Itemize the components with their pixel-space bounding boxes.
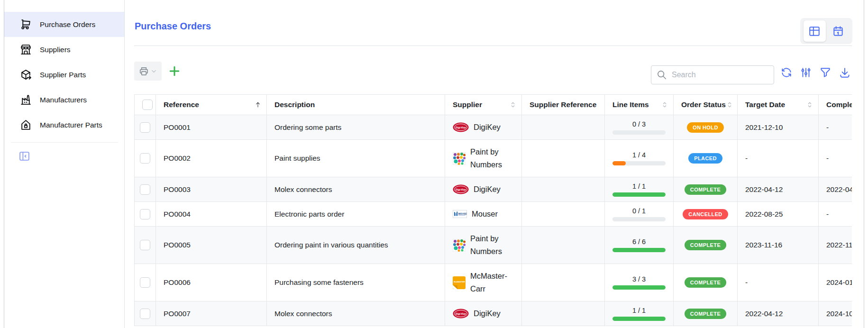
sort-ascending-icon: [254, 101, 262, 109]
supplier-reference-cell: [522, 264, 605, 301]
row-checkbox[interactable]: [140, 240, 150, 250]
column-header-description: Description: [267, 95, 445, 115]
table-row[interactable]: PO0001Ordering some partsDigi-KeyDigiKey…: [135, 115, 852, 140]
status-badge: COMPLETE: [685, 277, 726, 288]
row-checkbox[interactable]: [140, 153, 150, 164]
table-row[interactable]: PO0006Purchasing some fastenersMcMASTERM…: [135, 264, 852, 301]
line-items-progress-bar: [612, 192, 666, 197]
sidebar-item-purchase-orders[interactable]: Purchase Orders: [4, 12, 124, 37]
line-items-cell: 6 / 6: [605, 227, 674, 264]
table-view-button[interactable]: [804, 20, 826, 42]
status-badge: ON HOLD: [687, 122, 724, 133]
order-status-cell: COMPLETE: [674, 177, 738, 202]
column-label: Target Date: [745, 100, 785, 109]
line-items-cell: 3 / 3: [605, 264, 674, 301]
supplier-logo-digikey: Digi-Key: [453, 309, 469, 319]
line-items-count: 0 / 1: [612, 207, 667, 215]
line-items-count: 1 / 1: [612, 307, 667, 314]
supplier-name: DigiKey: [474, 121, 501, 134]
target-date-cell: 2022-08-25: [738, 202, 819, 227]
download-button[interactable]: [839, 66, 851, 79]
svg-text:Digi-Key: Digi-Key: [456, 312, 466, 315]
supplier-name: Paint by Numbers: [470, 146, 517, 171]
sidebar-item-manufacturer-parts[interactable]: Manufacturer Parts: [4, 112, 124, 137]
row-checkbox[interactable]: [140, 184, 150, 195]
line-items-count: 1 / 1: [612, 182, 667, 190]
sidebar-item-label: Suppliers: [40, 46, 71, 54]
supplier-logo-paint: [453, 239, 466, 252]
adjustments-icon: [800, 66, 812, 79]
row-checkbox[interactable]: [140, 309, 150, 319]
table-action-icons: [780, 66, 851, 79]
supplier-cell: Paint by Numbers: [445, 140, 522, 177]
sidebar-item-suppliers[interactable]: Suppliers: [4, 37, 124, 62]
supplier-logo-mouser: MOUSER: [453, 210, 467, 218]
search-input[interactable]: [671, 70, 774, 80]
line-items-cell: 1 / 1: [605, 177, 674, 202]
sidebar-item-manufacturers[interactable]: Manufacturers: [4, 87, 124, 112]
column-header-line_items[interactable]: Line Items: [605, 95, 674, 115]
reference-cell: PO0003: [156, 177, 267, 202]
column-header-select-all: [135, 95, 156, 115]
calendar-icon: [832, 25, 844, 37]
calendar-view-button[interactable]: [827, 20, 850, 42]
table-row[interactable]: PO0004Electronic parts orderMOUSERMouser…: [135, 202, 852, 227]
reference-cell: PO0002: [156, 140, 267, 177]
add-purchase-order-button[interactable]: [167, 64, 182, 78]
reference-cell: PO0007: [156, 301, 267, 326]
column-header-reference[interactable]: Reference: [156, 95, 267, 115]
line-items-progress-bar: [612, 248, 666, 252]
supplier-name: DigiKey: [474, 183, 501, 196]
column-header-supplier_reference: Supplier Reference: [522, 95, 605, 115]
table-row[interactable]: PO0003Molex connectorsDigi-KeyDigiKey1 /…: [135, 177, 852, 202]
reference-cell: PO0001: [156, 115, 267, 140]
sidebar-item-label: Manufacturer Parts: [40, 121, 102, 129]
line-items-progress-bar: [612, 217, 666, 221]
line-items-cell: 0 / 3: [605, 115, 674, 140]
purchase-orders-table: ReferenceDescriptionSupplierSupplier Ref…: [134, 94, 852, 326]
sidebar-item-supplier-parts[interactable]: Supplier Parts: [4, 62, 124, 87]
line-items-cell: 1 / 4: [605, 140, 674, 177]
target-date-cell: 2023-11-16: [738, 227, 819, 264]
description-cell: Paint supplies: [267, 140, 445, 177]
sidebar-item-label: Purchase Orders: [40, 20, 95, 29]
column-header-supplier[interactable]: Supplier: [445, 95, 522, 115]
table-row[interactable]: PO0002Paint suppliesPaint by Numbers1 / …: [135, 140, 852, 177]
column-label: Description: [274, 100, 315, 109]
package-export-icon: [20, 69, 32, 81]
row-checkbox[interactable]: [140, 122, 150, 133]
building-store-icon: [20, 44, 32, 55]
table-row[interactable]: PO0005Ordering paint in various quantiti…: [135, 227, 852, 264]
window-right-border: [864, 0, 864, 328]
row-checkbox[interactable]: [140, 277, 150, 288]
column-header-order_status[interactable]: Order Status: [674, 95, 738, 115]
print-actions-button[interactable]: [134, 62, 162, 81]
supplier-cell: Digi-KeyDigiKey: [445, 177, 522, 202]
supplier-cell: Paint by Numbers: [445, 227, 522, 264]
sort-selector-icon: [509, 101, 517, 109]
line-items-cell: 0 / 1: [605, 202, 674, 227]
refresh-button[interactable]: [780, 66, 793, 79]
description-cell: Ordering paint in various quantities: [267, 227, 445, 264]
completion-date-cell: -: [819, 140, 852, 177]
table-row[interactable]: PO0007Molex connectorsDigi-KeyDigiKey1 /…: [135, 301, 852, 326]
row-checkbox[interactable]: [140, 209, 150, 219]
collapse-sidebar-button[interactable]: [18, 150, 30, 162]
table-icon: [808, 25, 821, 37]
select-all-checkbox[interactable]: [142, 100, 153, 110]
filter-button[interactable]: [819, 66, 831, 79]
header-divider: [134, 46, 852, 46]
status-badge: PLACED: [688, 153, 722, 164]
supplier-logo-paint: [453, 152, 466, 165]
supplier-cell: Digi-KeyDigiKey: [445, 301, 522, 326]
status-badge: COMPLETE: [685, 309, 726, 319]
svg-text:MOUSER: MOUSER: [458, 213, 467, 215]
column-header-target_date[interactable]: Target Date: [738, 95, 819, 115]
order-status-cell: ON HOLD: [674, 115, 738, 140]
status-badge: COMPLETE: [685, 184, 726, 195]
line-items-cell: 1 / 1: [605, 301, 674, 326]
supplier-logo-digikey: Digi-Key: [453, 184, 469, 194]
target-date-cell: 2022-04-12: [738, 301, 819, 326]
column-label: Reference: [164, 100, 199, 109]
adjust-columns-button[interactable]: [800, 66, 812, 79]
